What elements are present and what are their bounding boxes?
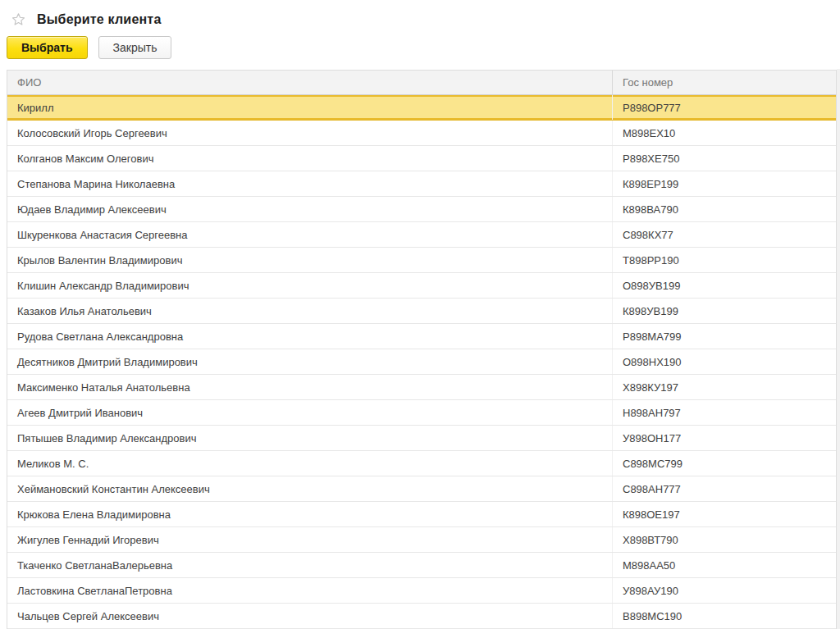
table-row[interactable]: Кирилл Р898ОР777 [7,95,836,121]
plate-cell[interactable]: В898МС190 [612,604,836,628]
table-row[interactable]: Степанова Марина Николаевна К898ЕР199 [7,171,836,197]
plate-cell[interactable]: У898ОН177 [612,426,836,450]
plate-cell[interactable]: К898ОЕ197 [612,502,836,526]
plate-cell[interactable]: Х898ВТ790 [612,527,836,552]
client-name-cell[interactable]: Агеев Дмитрий Иванович [7,400,612,425]
table-row[interactable]: Колганов Максим Олегович Р898ХЕ750 [7,146,836,171]
client-name-cell[interactable]: Хеймановский Константин Алексеевич [7,476,612,501]
client-name-cell[interactable]: Клишин Александр Владимирович [7,273,612,298]
client-name-cell[interactable]: Пятышев Владимир Александрович [7,426,612,450]
table-row[interactable]: Максименко Наталья Анатольевна Х898КУ197 [7,375,836,400]
plate-cell[interactable]: М898ЕХ10 [612,121,836,145]
table-body: Кирилл Р898ОР777 Колосовский Игорь Серге… [7,95,836,629]
table-row[interactable]: Клишин Александр Владимирович О898УВ199 [7,273,836,299]
plate-cell[interactable]: М898АА50 [612,553,836,577]
right-edge-strip [837,69,840,629]
table-row[interactable]: Хеймановский Константин Алексеевич С898А… [7,476,836,502]
client-name-cell[interactable]: Чальцев Сергей Алексеевич [7,604,612,628]
plate-cell[interactable]: К898ВА790 [612,197,836,221]
client-name-cell[interactable]: Колосовский Игорь Сергеевич [7,121,612,145]
client-name-cell[interactable]: Кирилл [7,95,612,120]
client-name-cell[interactable]: Колганов Максим Олегович [7,146,612,171]
table-row[interactable]: Пятышев Владимир Александрович У898ОН177 [7,426,836,451]
toolbar: Выбрать Закрыть [7,36,840,60]
table-row[interactable]: Ластовкина СветланаПетровна У898АУ190 [7,578,836,604]
client-name-cell[interactable]: Жигулев Геннадий Игоревич [7,527,612,552]
table-row[interactable]: Крюкова Елена Владимировна К898ОЕ197 [7,502,836,527]
column-header-fio[interactable]: ФИО [7,76,612,89]
plate-cell[interactable]: Р898МА799 [612,324,836,349]
plate-cell[interactable]: С898АН777 [612,476,836,501]
table-header-row: ФИО Гос номер [7,70,836,95]
table-row[interactable]: Казаков Илья Анатольевич К898УВ199 [7,299,836,324]
favorite-star-icon[interactable] [11,11,26,27]
table-row[interactable]: Рудова Светлана Александровна Р898МА799 [7,324,836,349]
page-title: Выберите клиента [37,12,162,27]
client-name-cell[interactable]: Казаков Илья Анатольевич [7,299,612,323]
plate-cell[interactable]: К898УВ199 [612,299,836,323]
plate-cell[interactable]: Р898ОР777 [612,95,836,120]
table-row[interactable]: Крылов Валентин Владимирович Т898РР190 [7,248,836,273]
plate-cell[interactable]: Т898РР190 [612,248,836,272]
column-header-gos-nomer[interactable]: Гос номер [612,71,836,94]
table-row[interactable]: Колосовский Игорь Сергеевич М898ЕХ10 [7,121,836,146]
client-name-cell[interactable]: Десятников Дмитрий Владимирович [7,349,612,374]
client-name-cell[interactable]: Ластовкина СветланаПетровна [7,578,612,603]
plate-cell[interactable]: Р898ХЕ750 [612,146,836,171]
plate-cell[interactable]: С898КХ77 [612,222,836,247]
client-name-cell[interactable]: Шкуренкова Анастасия Сергеевна [7,222,612,247]
table-row[interactable]: Юдаев Владимир Алексеевич К898ВА790 [7,197,836,222]
plate-cell[interactable]: Х898КУ197 [612,375,836,399]
table-row[interactable]: Десятников Дмитрий Владимирович О898НХ19… [7,349,836,375]
client-name-cell[interactable]: Степанова Марина Николаевна [7,171,612,196]
table-row[interactable]: Чальцев Сергей Алексеевич В898МС190 [7,604,836,629]
plate-cell[interactable]: С898МС799 [612,451,836,476]
client-name-cell[interactable]: Крылов Валентин Владимирович [7,248,612,272]
clients-table: ФИО Гос номер Кирилл Р898ОР777 Колосовск… [7,70,837,629]
table-row[interactable]: Жигулев Геннадий Игоревич Х898ВТ790 [7,527,836,553]
plate-cell[interactable]: Н898АН797 [612,400,836,425]
table-row[interactable]: Ткаченко СветланаВалерьевна М898АА50 [7,553,836,578]
client-name-cell[interactable]: Меликов М. С. [7,451,612,476]
plate-cell[interactable]: О898УВ199 [612,273,836,298]
client-name-cell[interactable]: Юдаев Владимир Алексеевич [7,197,612,221]
table-row[interactable]: Меликов М. С. С898МС799 [7,451,836,476]
client-name-cell[interactable]: Крюкова Елена Владимировна [7,502,612,526]
select-button[interactable]: Выбрать [7,36,88,59]
plate-cell[interactable]: О898НХ190 [612,349,836,374]
table-row[interactable]: Агеев Дмитрий Иванович Н898АН797 [7,400,836,426]
client-name-cell[interactable]: Ткаченко СветланаВалерьевна [7,553,612,577]
table-row[interactable]: Шкуренкова Анастасия Сергеевна С898КХ77 [7,222,836,248]
plate-cell[interactable]: У898АУ190 [612,578,836,603]
close-button[interactable]: Закрыть [98,36,172,59]
client-name-cell[interactable]: Рудова Светлана Александровна [7,324,612,349]
plate-cell[interactable]: К898ЕР199 [612,171,836,196]
title-bar: Выберите клиента [0,0,840,31]
client-name-cell[interactable]: Максименко Наталья Анатольевна [7,375,612,399]
